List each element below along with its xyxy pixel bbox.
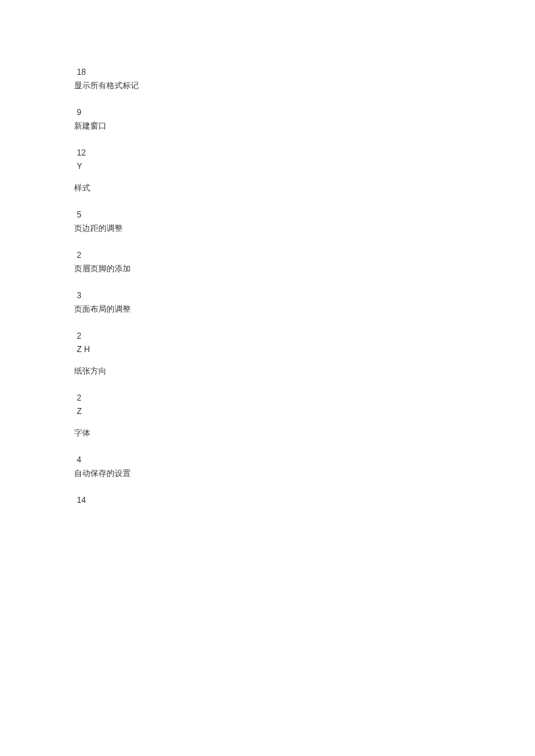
- item-number: 9: [77, 106, 139, 118]
- list-item: 18 显示所有格式标记: [74, 66, 139, 92]
- separator-dot: .: [74, 487, 139, 491]
- separator-dot: .: [74, 100, 139, 104]
- item-number: 14: [77, 494, 139, 506]
- item-number: 12: [77, 147, 139, 159]
- list-item: 3 页面布局的调整: [74, 289, 139, 315]
- item-number: 5: [77, 209, 139, 221]
- list-item: 2 Z 字体: [74, 392, 139, 439]
- list-item: 2 Z H 纸张方向: [74, 330, 139, 377]
- item-number: 2: [77, 392, 139, 404]
- item-number: 3: [77, 289, 139, 302]
- item-number: 2: [77, 249, 139, 261]
- item-code: Y: [77, 160, 139, 172]
- document-content: 18 显示所有格式标记 . 9 新建窗口 . 12 Y 样式 . 5 页边距的调…: [74, 66, 139, 512]
- separator-dot: .: [74, 140, 139, 144]
- item-label: 页面布局的调整: [74, 303, 139, 315]
- list-item: 14: [74, 494, 139, 506]
- item-label: 样式: [74, 182, 139, 194]
- separator-dot: .: [74, 283, 139, 287]
- item-label: 显示所有格式标记: [74, 79, 139, 92]
- item-number: 2: [77, 330, 139, 342]
- item-code: Z: [77, 405, 139, 417]
- item-label: 页边距的调整: [74, 222, 139, 234]
- item-label: 字体: [74, 427, 139, 439]
- list-item: 9 新建窗口: [74, 106, 139, 132]
- item-code: Z H: [77, 343, 139, 355]
- list-item: 12 Y 样式: [74, 147, 139, 194]
- item-number: 18: [77, 66, 139, 78]
- separator-dot: .: [74, 202, 139, 206]
- separator-dot: .: [74, 385, 139, 389]
- list-item: 5 页边距的调整: [74, 209, 139, 234]
- item-label: 新建窗口: [74, 120, 139, 132]
- item-label: 自动保存的设置: [74, 467, 139, 479]
- list-item: 2 页眉页脚的添加: [74, 249, 139, 275]
- separator-dot: .: [74, 242, 139, 246]
- list-item: 4 自动保存的设置: [74, 454, 139, 479]
- separator-dot: .: [74, 323, 139, 327]
- item-label: 纸张方向: [74, 365, 139, 377]
- separator-dot: .: [74, 447, 139, 451]
- item-number: 4: [77, 454, 139, 466]
- item-label: 页眉页脚的添加: [74, 263, 139, 275]
